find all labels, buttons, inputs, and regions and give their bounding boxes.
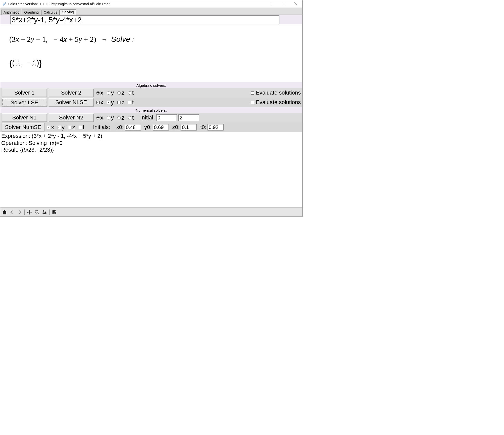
check-x[interactable]: x <box>96 99 103 106</box>
svg-rect-1 <box>283 3 285 5</box>
forward-icon[interactable] <box>16 208 23 216</box>
output-result: Result: {(9/23, -2/23)} <box>1 146 301 153</box>
radio-x[interactable]: x <box>96 89 103 96</box>
algebraic-section-label: Algebraic solvers: <box>0 82 302 88</box>
math-render-area: (3x + 2y − 1, − 4x + 5y + 2) → Solve : {… <box>0 24 302 82</box>
algebraic-row-2: Solver LSE Solver NLSE x y z t Evaluate … <box>0 98 302 107</box>
tab-bar: Arithmetic Graphing Calculus Solving <box>0 8 302 15</box>
titlebar: Calculator, version: 0.0.0.3; https://gi… <box>0 0 302 8</box>
window-maximize-button[interactable] <box>278 0 290 8</box>
num-row1-var-radios: x y z t <box>96 114 137 121</box>
num-check-x[interactable]: x <box>47 124 54 131</box>
num-radio-y[interactable]: y <box>107 114 114 121</box>
app-window: Calculator, version: 0.0.0.3; https://gi… <box>0 0 303 217</box>
num-radio-z[interactable]: z <box>117 114 124 121</box>
numerical-row-1: Solver N1 Solver N2 x y z t Initial: <box>0 113 302 122</box>
solver-nlse-button[interactable]: Solver NLSE <box>49 98 94 107</box>
numerical-section-label: Numerical solvers: <box>0 107 302 113</box>
initial-input-2[interactable] <box>178 114 199 121</box>
numerical-row-2: Solver NumSE x y z t Initials: x0: y0: z… <box>0 122 302 132</box>
svg-point-4 <box>35 210 38 213</box>
radio-t[interactable]: t <box>128 89 134 96</box>
algebraic-row-1: Solver 1 Solver 2 x y z t Evaluate solut… <box>0 88 302 98</box>
z0-label: z0: <box>172 124 180 130</box>
radio-y[interactable]: y <box>107 89 114 96</box>
output-expression: Expression: (3*x + 2*y - 1, -4*x + 5*y +… <box>1 133 301 140</box>
configure-icon[interactable] <box>41 208 48 216</box>
x0-input[interactable] <box>125 124 141 130</box>
tab-calculus[interactable]: Calculus <box>41 10 60 15</box>
alg-row1-var-radios: x y z t <box>96 89 137 96</box>
svg-rect-10 <box>45 212 46 212</box>
home-icon[interactable] <box>1 208 8 216</box>
solver-n1-button[interactable]: Solver N1 <box>2 113 47 122</box>
solver-1-button[interactable]: Solver 1 <box>2 89 47 97</box>
toolbar-sep-1 <box>24 209 25 215</box>
svg-rect-11 <box>44 213 45 214</box>
num-radio-x[interactable]: x <box>96 114 103 121</box>
initial-label: Initial: <box>140 114 155 121</box>
solver-numse-button[interactable]: Solver NumSE <box>2 123 45 132</box>
expression-input[interactable] <box>10 15 279 24</box>
x0-label: x0: <box>116 124 123 130</box>
toolbar-sep-2 <box>49 209 50 215</box>
num-check-y[interactable]: y <box>58 124 65 131</box>
tab-content: (3x + 2y − 1, − 4x + 5y + 2) → Solve : {… <box>0 15 302 216</box>
tab-graphing[interactable]: Graphing <box>22 10 41 15</box>
num-check-z[interactable]: z <box>68 124 75 131</box>
num-radio-t[interactable]: t <box>128 114 134 121</box>
num-row2-var-checks: x y z t <box>47 124 88 131</box>
rendered-equation: (3x + 2y − 1, − 4x + 5y + 2) → Solve : <box>9 35 302 44</box>
output-panel: Expression: (3*x + 2*y - 1, -4*x + 5*y +… <box>0 132 302 207</box>
svg-line-5 <box>38 213 39 214</box>
evaluate-solutions-2[interactable]: Evaluate solutions <box>251 99 301 106</box>
rendered-solution: { ( 923 , − 223 ) } <box>9 59 302 67</box>
check-z[interactable]: z <box>117 99 124 106</box>
save-icon[interactable] <box>51 208 58 216</box>
pan-icon[interactable] <box>26 208 33 216</box>
alg-row2-var-checks: x y z t <box>96 99 137 106</box>
svg-rect-9 <box>43 210 44 211</box>
svg-rect-12 <box>53 212 55 213</box>
initials-label: Initials: <box>93 124 110 130</box>
window-title: Calculator, version: 0.0.0.3; https://gi… <box>8 2 110 6</box>
y0-input[interactable] <box>153 124 169 130</box>
back-icon[interactable] <box>8 208 16 216</box>
app-feather-icon <box>2 2 6 6</box>
window-minimize-button[interactable] <box>267 0 278 8</box>
num-check-t[interactable]: t <box>79 124 85 131</box>
output-operation: Operation: Solving f(x)=0 <box>1 140 301 147</box>
window-close-button[interactable] <box>290 0 301 8</box>
t0-input[interactable] <box>207 124 224 130</box>
check-t[interactable]: t <box>128 99 134 106</box>
t0-label: t0: <box>200 124 206 130</box>
y0-label: y0: <box>144 124 152 130</box>
evaluate-solutions-1[interactable]: Evaluate solutions <box>251 90 301 96</box>
solver-n2-button[interactable]: Solver N2 <box>49 113 94 122</box>
z0-input[interactable] <box>181 124 197 130</box>
solver-lse-button[interactable]: Solver LSE <box>2 98 47 107</box>
svg-rect-13 <box>54 210 55 211</box>
initial-input-1[interactable] <box>156 114 177 121</box>
tab-arithmetic[interactable]: Arithmetic <box>1 10 21 15</box>
zoom-icon[interactable] <box>33 208 41 216</box>
check-y[interactable]: y <box>107 99 114 106</box>
radio-z[interactable]: z <box>117 89 124 96</box>
solver-2-button[interactable]: Solver 2 <box>49 89 94 97</box>
plot-toolbar <box>0 207 302 216</box>
tab-solving[interactable]: Solving <box>60 9 76 15</box>
